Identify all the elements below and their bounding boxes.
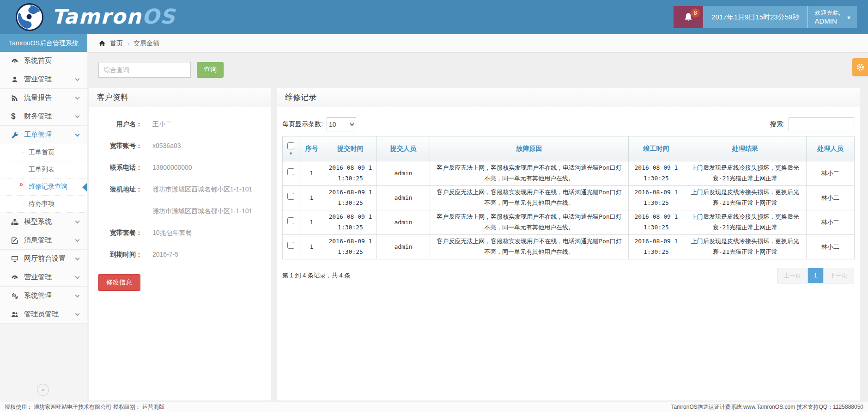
col-result: 处理结果 [684, 136, 807, 161]
sidebar-subitem-todo[interactable]: 待办事项 [0, 196, 87, 213]
table-row: 1 2016-08-09 11:30:25 admin 客户反应无法上网，客服核… [283, 186, 855, 210]
col-submitter: 提交人员 [377, 136, 430, 161]
gear-icon [856, 63, 865, 72]
breadcrumb-home[interactable]: 首页 [110, 39, 123, 48]
pagesize-label: 每页显示条数: [282, 120, 323, 129]
workorder-submenu: 工单首页 工单列表 » 维修记录查询 待办事项 [0, 144, 87, 213]
notifications-button[interactable]: 8 [674, 6, 703, 28]
row-checkbox[interactable] [287, 242, 294, 249]
breadcrumb-current: 交易金额 [134, 39, 159, 48]
tree-dash [22, 153, 26, 153]
table-row: 1 2016-08-09 11:30:25 admin 客户反应无法上网，客服核… [283, 161, 855, 186]
gears-icon [11, 292, 24, 300]
sidebar-item-system-mgmt[interactable]: 系统管理 [0, 287, 87, 305]
customer-panel-title: 客户资料 [89, 88, 271, 107]
active-arrow-icon: » [19, 180, 23, 188]
row-checkbox[interactable] [287, 168, 294, 175]
field-broadband-plan: 宽带套餐： 10兆包年套餐 [98, 228, 266, 237]
rss-icon [11, 94, 24, 102]
sidebar-subitem-repair-record-query[interactable]: » 维修记录查询 [0, 178, 87, 196]
col-finish-time: 竣工时间 [629, 136, 684, 161]
field-broadband-account: 宽带账号： x0536a03 [98, 141, 266, 150]
sidebar-title: TamronOS后台管理系统 [0, 34, 87, 52]
col-handler: 处理人员 [807, 136, 855, 161]
footer-license-text: 授权使用： 潍坊家园驿站电子技术有限公司 授权级别： 运营商版 [5, 403, 164, 411]
repairs-panel-title: 维修记录 [277, 88, 860, 107]
sidebar-subitem-workorder-list[interactable]: 工单列表 [0, 161, 87, 178]
next-page-button[interactable]: 下一页 [823, 268, 854, 283]
chevron-down-icon [75, 293, 80, 298]
sidebar-item-message-mgmt[interactable]: 消息管理 [0, 231, 87, 250]
customer-info-panel: 客户资料 用户名： 王小二 宽带账号： x0536a03 联系电话： 13800… [89, 88, 271, 400]
user-icon [11, 76, 24, 83]
breadcrumb-separator: › [127, 39, 129, 47]
notification-count-badge: 8 [691, 8, 700, 18]
breadcrumb: 首页 › 交易金额 [87, 34, 868, 53]
select-all-header: ▾ [283, 136, 299, 161]
sidebar-item-portal-settings[interactable]: 网厅前台设置 [0, 250, 87, 268]
prev-page-button[interactable]: 上一页 [777, 268, 807, 283]
page-footer: 授权使用： 潍坊家园驿站电子技术有限公司 授权级别： 运营商版 TamronOS… [0, 402, 868, 412]
repair-records-panel: 维修记录 每页显示条数: 10 搜索: ▾ 序号 提交时间 [277, 88, 860, 400]
settings-gear-button[interactable] [852, 58, 868, 76]
monitor-icon [11, 255, 24, 263]
edit-icon [11, 237, 24, 244]
col-seq: 序号 [299, 136, 324, 161]
pagination: 上一页 1 下一页 [777, 268, 854, 283]
query-button[interactable]: 查询 [197, 62, 224, 78]
tree-dash [22, 170, 26, 170]
top-header: TamronOS 8 2017年1月9日15时23分59秒 欢迎光临, ADMI… [0, 0, 868, 34]
sidebar-collapse-button[interactable]: « [37, 384, 49, 396]
row-checkbox[interactable] [287, 193, 294, 200]
gauge-icon [11, 57, 24, 65]
active-item-pointer [82, 183, 87, 192]
sidebar-item-business-mgmt[interactable]: 营业管理 [0, 70, 87, 89]
brand-globe-icon [15, 2, 44, 32]
user-menu[interactable]: 欢迎光临, ADMIN ▼ [807, 6, 857, 28]
select-all-checkbox[interactable] [287, 142, 294, 149]
dollar-icon: $ [11, 112, 24, 121]
field-expire-date: 到期时间： 2016-7-5 [98, 250, 266, 259]
welcome-text: 欢迎光临, [814, 9, 840, 17]
records-summary: 第 1 到 4 条记录，共 4 条 [282, 271, 350, 280]
brand-logo: TamronOS [52, 5, 176, 28]
users-icon [11, 311, 24, 318]
chevron-down-icon [75, 312, 80, 316]
home-icon [98, 40, 106, 47]
pagesize-select[interactable]: 10 [327, 117, 356, 131]
sidebar-item-model-system[interactable]: 模型系统 [0, 213, 87, 231]
global-search-input[interactable] [98, 62, 191, 78]
chevron-down-icon[interactable]: ▾ [283, 152, 299, 155]
table-row: 1 2016-08-09 11:30:25 admin 客户反应无法上网，客服核… [283, 210, 855, 235]
sidebar-subitem-workorder-home[interactable]: 工单首页 [0, 144, 87, 161]
chevron-down-icon [75, 95, 80, 100]
sidebar-item-traffic-report[interactable]: 流量报告 [0, 89, 87, 107]
sidebar-item-business-mgmt-2[interactable]: 营业管理 [0, 268, 87, 287]
sidebar-item-finance-mgmt[interactable]: $ 财务管理 [0, 107, 87, 126]
field-contact-phone: 联系电话： 13800000000 [98, 163, 266, 172]
repair-records-table: ▾ 序号 提交时间 提交人员 故障原因 竣工时间 处理结果 处理人员 1 201… [282, 136, 855, 259]
table-header-row: ▾ 序号 提交时间 提交人员 故障原因 竣工时间 处理结果 处理人员 [283, 136, 855, 161]
chevron-down-icon [75, 114, 80, 118]
chevron-down-icon [75, 219, 80, 224]
field-username: 用户名： 王小二 [98, 119, 266, 129]
sidebar-item-workorder-mgmt[interactable]: 工单管理 [0, 126, 87, 144]
table-search-input[interactable] [789, 117, 854, 131]
chevron-down-icon [75, 256, 80, 261]
chevron-down-icon [75, 132, 80, 137]
footer-support-text: TamronOS腾龙认证计费系统 www.TamronOS.com 技术支持QQ… [671, 403, 863, 411]
edit-info-button[interactable]: 修改信息 [98, 274, 140, 291]
tree-dash [22, 204, 26, 204]
datetime-display: 2017年1月9日15时23分59秒 [703, 6, 807, 28]
chevron-down-icon [75, 77, 80, 81]
col-submit-time: 提交时间 [324, 136, 377, 161]
row-checkbox[interactable] [287, 217, 294, 224]
sitemap-icon [11, 218, 24, 226]
field-install-address: 装机地址： 潍坊市潍城区西城名都小区1-1-101 [98, 184, 266, 194]
sidebar-item-admin-mgmt[interactable]: 管理员管理 [0, 305, 87, 324]
sidebar-item-system-home[interactable]: 系统首页 [0, 52, 87, 70]
page-1-button[interactable]: 1 [807, 268, 823, 283]
gauge-icon [11, 274, 24, 281]
chevron-down-icon [75, 275, 80, 279]
table-row: 1 2016-08-09 11:30:25 admin 客户反应无法上网，客服核… [283, 235, 855, 259]
